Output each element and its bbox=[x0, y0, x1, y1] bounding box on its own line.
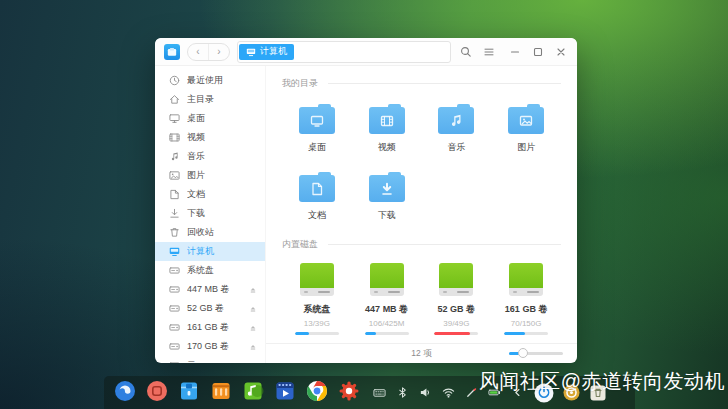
dock-app-screen-recorder[interactable] bbox=[146, 382, 168, 404]
section-divider bbox=[328, 244, 561, 245]
folder-label: 文档 bbox=[308, 209, 326, 222]
sidebar-item-volume-161gb[interactable]: 161 GB 卷 bbox=[155, 318, 265, 337]
dock-app-chrome[interactable] bbox=[306, 382, 328, 404]
eject-icon[interactable] bbox=[249, 305, 257, 313]
titlebar[interactable]: ‹ › 计算机 bbox=[155, 38, 577, 66]
sidebar-item-label: 主目录 bbox=[187, 93, 257, 106]
search-icon bbox=[460, 46, 472, 58]
media-app-icon bbox=[210, 380, 232, 406]
video-player-icon bbox=[274, 380, 296, 406]
sidebar-item-videos[interactable]: 视频 bbox=[155, 128, 265, 147]
sidebar-item-volume-447mb[interactable]: 447 MB 卷 bbox=[155, 280, 265, 299]
tray-wifi[interactable] bbox=[441, 386, 455, 400]
folder-label: 下载 bbox=[378, 209, 396, 222]
dock-app-music-player[interactable] bbox=[242, 382, 264, 404]
disk-icon bbox=[169, 322, 180, 333]
disk-usage: 39/49G bbox=[443, 319, 469, 328]
disk-icon bbox=[169, 265, 180, 276]
content-pane: 我的目录 桌面视频音乐图片文档下载 内置磁盘 系统盘13/39G447 MB 卷… bbox=[266, 66, 577, 363]
slider-knob[interactable] bbox=[518, 348, 528, 358]
folder-item-pictures[interactable]: 图片 bbox=[491, 103, 561, 154]
dock-app-control-center[interactable] bbox=[338, 382, 360, 404]
file-manager-icon bbox=[178, 380, 200, 406]
disk-item-volume-52gb[interactable]: 52 GB 卷39/49G bbox=[422, 263, 492, 335]
dock-app-file-manager[interactable] bbox=[178, 382, 200, 404]
tray-keyboard[interactable] bbox=[372, 386, 386, 400]
address-bar[interactable]: 计算机 bbox=[237, 41, 451, 63]
drive-icon bbox=[300, 263, 334, 296]
tray-bluetooth[interactable] bbox=[395, 386, 409, 400]
slider-track[interactable] bbox=[509, 352, 563, 355]
sidebar-item-label: 161 GB 卷 bbox=[187, 321, 242, 334]
back-button[interactable]: ‹ bbox=[188, 44, 208, 60]
eject-icon[interactable] bbox=[249, 286, 257, 294]
tray-volume[interactable] bbox=[418, 386, 432, 400]
sidebar-item-computer[interactable]: 计算机 bbox=[155, 242, 265, 261]
eject-icon[interactable] bbox=[249, 343, 257, 351]
disk-usage-bar bbox=[295, 332, 339, 335]
sidebar-item-recent[interactable]: 最近使用 bbox=[155, 71, 265, 90]
keyboard-icon bbox=[373, 386, 386, 399]
folder-icon bbox=[369, 107, 405, 134]
sidebar-item-volume-52gb[interactable]: 52 GB 卷 bbox=[155, 299, 265, 318]
disk-usage-bar bbox=[434, 332, 478, 335]
folder-label: 视频 bbox=[378, 141, 396, 154]
desktop-icon bbox=[169, 113, 180, 124]
folder-item-downloads[interactable]: 下载 bbox=[352, 171, 422, 222]
icon-zoom-slider[interactable] bbox=[509, 352, 563, 355]
file-manager-window: ‹ › 计算机 最近使用主目录桌面视频音乐图片文 bbox=[155, 38, 577, 363]
music-app-icon bbox=[242, 380, 264, 406]
nav-buttons: ‹ › bbox=[187, 43, 230, 61]
clock-icon bbox=[169, 75, 180, 86]
maximize-icon bbox=[532, 46, 544, 58]
sidebar-item-cloud[interactable]: 云 bbox=[155, 356, 265, 363]
breadcrumb-computer[interactable]: 计算机 bbox=[239, 44, 294, 60]
disk-icon bbox=[169, 341, 180, 352]
close-icon bbox=[555, 46, 567, 58]
sidebar-item-trash[interactable]: 回收站 bbox=[155, 223, 265, 242]
disk-name: 系统盘 bbox=[303, 303, 330, 316]
eject-icon[interactable] bbox=[249, 362, 257, 364]
sidebar-item-desktop[interactable]: 桌面 bbox=[155, 109, 265, 128]
close-button[interactable] bbox=[554, 44, 568, 60]
sidebar-item-downloads[interactable]: 下载 bbox=[155, 204, 265, 223]
disk-item-volume-161gb[interactable]: 161 GB 卷70/150G bbox=[491, 263, 561, 335]
dock-app-launcher[interactable] bbox=[114, 382, 136, 404]
sidebar-item-label: 170 GB 卷 bbox=[187, 340, 242, 353]
tray-pen[interactable] bbox=[464, 386, 478, 400]
search-button[interactable] bbox=[458, 44, 474, 60]
folder-label: 音乐 bbox=[447, 141, 465, 154]
disk-item-volume-447mb[interactable]: 447 MB 卷106/425M bbox=[352, 263, 422, 335]
folder-icon bbox=[508, 107, 544, 134]
disk-name: 52 GB 卷 bbox=[438, 303, 476, 316]
menu-button[interactable] bbox=[481, 44, 497, 60]
sidebar-item-documents[interactable]: 文档 bbox=[155, 185, 265, 204]
sidebar-item-label: 计算机 bbox=[187, 245, 257, 258]
folder-item-documents[interactable]: 文档 bbox=[282, 171, 352, 222]
disk-item-system-disk[interactable]: 系统盘13/39G bbox=[282, 263, 352, 335]
folder-item-music[interactable]: 音乐 bbox=[422, 103, 492, 154]
pen-icon bbox=[465, 386, 478, 399]
sidebar-item-label: 回收站 bbox=[187, 226, 257, 239]
maximize-button[interactable] bbox=[531, 44, 545, 60]
window-controls bbox=[508, 44, 568, 60]
video-icon bbox=[169, 132, 180, 143]
sidebar-item-music[interactable]: 音乐 bbox=[155, 147, 265, 166]
disk-icon bbox=[169, 360, 180, 363]
folder-item-desktop[interactable]: 桌面 bbox=[282, 103, 352, 154]
dock-app-video-player[interactable] bbox=[274, 382, 296, 404]
folder-item-videos[interactable]: 视频 bbox=[352, 103, 422, 154]
minimize-button[interactable] bbox=[508, 44, 522, 60]
forward-button[interactable]: › bbox=[208, 44, 229, 60]
bluetooth-icon bbox=[396, 386, 409, 399]
sidebar-item-pictures[interactable]: 图片 bbox=[155, 166, 265, 185]
section-header-my-directories: 我的目录 bbox=[282, 77, 561, 90]
sidebar-item-volume-170gb[interactable]: 170 GB 卷 bbox=[155, 337, 265, 356]
eject-icon[interactable] bbox=[249, 324, 257, 332]
dock-app-media-app[interactable] bbox=[210, 382, 232, 404]
image-icon bbox=[169, 170, 180, 181]
disk-name: 447 MB 卷 bbox=[365, 303, 408, 316]
disk-name: 161 GB 卷 bbox=[505, 303, 548, 316]
sidebar-item-home[interactable]: 主目录 bbox=[155, 90, 265, 109]
sidebar-item-system-disk[interactable]: 系统盘 bbox=[155, 261, 265, 280]
